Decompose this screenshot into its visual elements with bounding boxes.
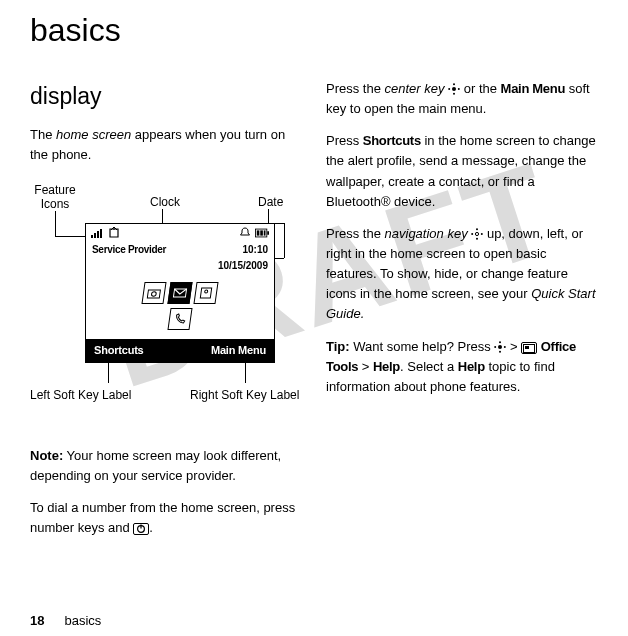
soft-key-bar: Shortcuts Main Menu: [86, 339, 274, 362]
date-value: 10/15/2009: [86, 258, 274, 274]
service-provider-label: Service Provider: [92, 242, 166, 258]
data-icon: [108, 227, 122, 239]
text: . Select a: [400, 359, 458, 374]
text-em: home screen: [56, 127, 131, 142]
svg-rect-1: [94, 233, 96, 238]
svg-rect-0: [91, 235, 93, 238]
bell-icon: [238, 227, 252, 239]
svg-point-10: [151, 292, 156, 297]
svg-point-23: [476, 238, 478, 240]
svg-point-16: [452, 87, 456, 91]
home-screen-diagram: Feature Icons Clock Date: [30, 183, 302, 418]
svg-rect-6: [257, 231, 260, 236]
text: Your home screen may look different, dep…: [30, 448, 281, 483]
page-footer: 18 basics: [30, 613, 101, 628]
text: Want some help? Press: [350, 339, 495, 354]
note-label: Note:: [30, 448, 63, 463]
ui-label-help-topic: Help: [458, 359, 485, 374]
footer-section-label: basics: [64, 613, 101, 628]
para-tip: Tip: Want some help? Press > Office Tool…: [326, 337, 598, 397]
para-dial: To dial a number from the home screen, p…: [30, 498, 302, 538]
svg-rect-2: [97, 231, 99, 238]
nav-key-icon: [471, 228, 483, 240]
text: Press: [326, 133, 363, 148]
para-navkey: Press the navigation key up, down, left,…: [326, 224, 598, 325]
phone-screen: Service Provider 10:10 10/15/2009 Shortc…: [85, 223, 275, 363]
svg-point-13: [205, 290, 208, 293]
text: .: [149, 520, 153, 535]
app-row-2: [86, 308, 274, 330]
text-em: center key: [385, 81, 445, 96]
office-tools-app-icon: [521, 342, 537, 354]
ui-label-help: Help: [373, 359, 400, 374]
app-camera-icon: [141, 282, 166, 304]
svg-rect-32: [525, 346, 529, 349]
callout-left-softkey: Left Soft Key Label: [30, 388, 131, 402]
para-shortcuts: Press Shortcuts in the home screen to ch…: [326, 131, 598, 212]
svg-point-29: [495, 346, 497, 348]
svg-point-30: [504, 346, 506, 348]
page-title: basics: [30, 12, 598, 49]
para-home-screen: The home screen appears when you turn on…: [30, 125, 302, 165]
app-contacts-icon: [193, 282, 218, 304]
text: or the: [460, 81, 500, 96]
para-center-key: Press the center key or the Main Menu so…: [326, 79, 598, 119]
battery-icon: [255, 227, 269, 239]
svg-rect-3: [100, 229, 102, 238]
center-key-icon: [448, 83, 460, 95]
soft-key-right: Main Menu: [211, 342, 266, 359]
svg-point-28: [499, 350, 501, 352]
svg-rect-8: [264, 231, 266, 236]
svg-point-18: [453, 93, 455, 95]
svg-point-27: [499, 341, 501, 343]
ui-label-main-menu: Main Menu: [501, 81, 565, 96]
svg-point-17: [453, 83, 455, 85]
svg-point-19: [448, 88, 450, 90]
svg-point-25: [481, 233, 483, 235]
send-key-icon: [133, 523, 149, 535]
svg-point-24: [471, 233, 473, 235]
svg-point-21: [476, 232, 479, 235]
para-note: Note: Your home screen may look differen…: [30, 446, 302, 486]
ui-label-shortcuts: Shortcuts: [363, 133, 421, 148]
app-messaging-icon: [167, 282, 192, 304]
status-bar: [86, 224, 274, 240]
callout-right-softkey: Right Soft Key Label: [190, 388, 299, 402]
svg-rect-7: [260, 231, 263, 236]
page-number: 18: [30, 613, 44, 628]
text-em: navigation key: [385, 226, 468, 241]
callout-date: Date: [258, 195, 283, 209]
callout-feature-icons: Feature Icons: [30, 183, 80, 212]
text: To dial a number from the home screen, p…: [30, 500, 295, 535]
tip-label: Tip:: [326, 339, 350, 354]
soft-key-left: Shortcuts: [94, 342, 144, 359]
svg-point-26: [498, 345, 502, 349]
text: Press the: [326, 226, 385, 241]
signal-icon: [91, 227, 105, 239]
text: >: [358, 359, 373, 374]
clock-value: 10:10: [242, 242, 268, 258]
left-column: display The home screen appears when you…: [30, 79, 302, 550]
svg-rect-5: [267, 232, 269, 236]
right-column: Press the center key or the Main Menu so…: [326, 79, 598, 550]
text: Press the: [326, 81, 385, 96]
app-row-1: [86, 282, 274, 304]
svg-point-22: [476, 228, 478, 230]
center-key-icon: [494, 341, 506, 353]
text: The: [30, 127, 56, 142]
section-heading-display: display: [30, 79, 302, 115]
app-dialer-icon: [167, 308, 192, 330]
callout-clock: Clock: [150, 195, 180, 209]
